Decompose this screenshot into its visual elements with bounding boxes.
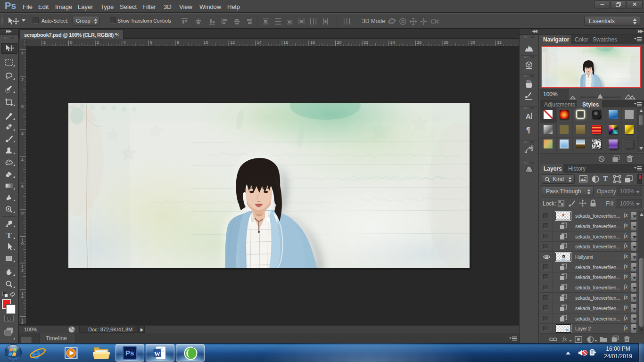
svg-text:0: 0 [21, 241, 24, 246]
svg-text:12: 12 [230, 40, 235, 45]
svg-text:6: 6 [150, 40, 152, 45]
svg-text:4: 4 [21, 157, 24, 162]
svg-text:4: 4 [124, 40, 126, 45]
svg-text:14: 14 [257, 40, 262, 45]
svg-text:0: 0 [70, 40, 73, 45]
svg-text:8: 8 [177, 40, 179, 45]
svg-text:2: 2 [21, 77, 24, 82]
svg-text:2: 2 [21, 268, 24, 273]
svg-text:24: 24 [390, 40, 395, 45]
svg-text:28: 28 [444, 40, 448, 45]
svg-text:6: 6 [21, 321, 24, 324]
svg-text:2: 2 [43, 40, 46, 45]
svg-text:4: 4 [21, 295, 24, 299]
svg-text:T: T [6, 231, 12, 240]
svg-text:2: 2 [97, 40, 99, 45]
svg-text:26: 26 [417, 40, 421, 45]
svg-text:22: 22 [363, 40, 368, 45]
svg-text:4: 4 [21, 51, 24, 56]
svg-text:30: 30 [471, 40, 475, 45]
svg-text:A: A [526, 112, 531, 120]
svg-text:6: 6 [21, 184, 24, 189]
svg-text:W: W [154, 350, 160, 357]
svg-text:16: 16 [283, 40, 288, 45]
svg-text:¶: ¶ [526, 126, 530, 134]
svg-text:18: 18 [310, 40, 315, 45]
svg-text:32: 32 [497, 40, 502, 45]
svg-text:0: 0 [21, 104, 24, 109]
svg-text:20: 20 [337, 40, 342, 45]
svg-text:2: 2 [21, 131, 24, 136]
svg-text:10: 10 [204, 40, 208, 45]
svg-text:e: e [32, 345, 41, 361]
svg-text:8: 8 [21, 211, 24, 215]
